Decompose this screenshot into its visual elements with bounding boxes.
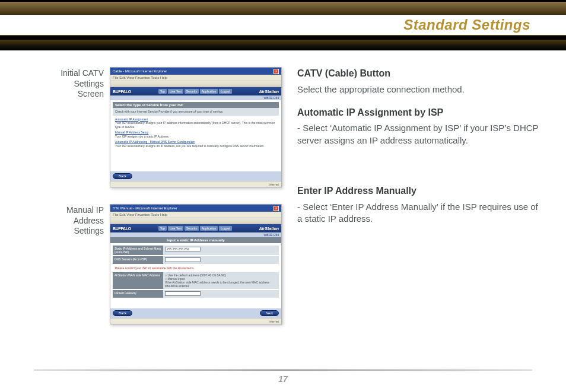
section-catv: CATV (Cable) Button Select the appropria… xyxy=(297,67,545,95)
option-item: Manual IP Address Setup Your ISP assigns… xyxy=(115,130,276,138)
browser-title: DSL Manual - Microsoft Internet Explorer xyxy=(113,206,177,210)
section-auto-ip: Automatic IP Assignment by ISP - Select … xyxy=(297,106,545,146)
section-header: Select the Type of Service from your ISP xyxy=(113,102,279,108)
browser-statusbar: Internet xyxy=(110,181,281,187)
browser-menu: File Edit View Favorites Tools Help xyxy=(110,212,281,218)
form-value: ○ Use the default address (0007.40.C6.8A… xyxy=(163,272,279,289)
header-band-mid xyxy=(0,35,566,40)
router-header: BUFFALO Top Line Test Security Applicati… xyxy=(110,224,281,232)
nav-item: Line Test xyxy=(168,89,183,94)
nav-item: Logout xyxy=(219,226,231,231)
form-row: DNS Servers (From ISP) xyxy=(113,256,279,264)
option-desc: Your ISP assigns you a static IP Address… xyxy=(115,135,276,139)
options-list: Automatic IP Assignment Your ISP automat… xyxy=(113,116,279,152)
airstation-logo: AirStation xyxy=(259,90,279,94)
button-row: Back xyxy=(110,171,281,181)
browser-title: Cable - Microsoft Internet Explorer xyxy=(113,69,167,73)
figure-manual-ip: Manual IP Address Settings DSL Manual - … xyxy=(33,204,282,324)
form-label: DNS Servers (From ISP) xyxy=(113,256,163,264)
browser-titlebar: Cable - Microsoft Internet Explorer × xyxy=(110,68,281,75)
form-row: Default Gateway xyxy=(113,290,279,298)
airstation-logo: AirStation xyxy=(259,227,279,231)
nav-item: Application xyxy=(200,89,218,94)
form-label: Default Gateway xyxy=(113,290,163,298)
right-column: CATV (Cable) Button Select the appropria… xyxy=(297,67,545,324)
browser-toolbar xyxy=(110,218,281,224)
content-area: Initial CATV Settings Screen Cable - Mic… xyxy=(0,50,566,324)
nav-item: Logout xyxy=(219,89,231,94)
gateway-input xyxy=(165,291,201,296)
close-icon: × xyxy=(274,69,279,74)
status-text: Internet xyxy=(269,183,279,186)
form-value xyxy=(163,290,279,298)
figure-caption: Manual IP Address Settings xyxy=(33,204,104,324)
brand-logo: BUFFALO xyxy=(113,90,131,94)
header-band-lower xyxy=(0,40,566,50)
model-label: WBR2-G54 xyxy=(110,95,281,100)
section-heading: Automatic IP Assignment by ISP xyxy=(297,106,545,119)
mac-note: If the AirStation side MAC address needs… xyxy=(165,281,277,288)
form-label: AirStation WAN side MAC Address xyxy=(113,272,163,289)
page-title: Standard Settings xyxy=(0,15,530,35)
back-button: Back xyxy=(113,310,132,316)
form-value: 255.255.255.252 xyxy=(163,246,279,255)
router-nav: Top Line Test Security Application Logou… xyxy=(158,226,232,231)
caption-line: Screen xyxy=(33,89,104,100)
left-column: Initial CATV Settings Screen Cable - Mic… xyxy=(33,67,282,324)
ip-input: 255.255.255.252 xyxy=(165,247,201,251)
dns-input xyxy=(165,257,201,262)
option-desc: Your ISP automatically assigns your IP a… xyxy=(115,121,276,129)
nav-item: Top xyxy=(158,89,167,94)
title-row: Standard Settings xyxy=(0,15,566,35)
model-label: WBR2-G54 xyxy=(110,232,281,237)
browser-statusbar: Internet xyxy=(110,318,281,324)
figure-initial-catv: Initial CATV Settings Screen Cable - Mic… xyxy=(33,67,282,187)
screenshot-browser: Cable - Microsoft Internet Explorer × Fi… xyxy=(110,67,282,187)
hint-text: Please contact your ISP for assistance w… xyxy=(113,265,279,271)
caption-line: Address xyxy=(33,216,104,227)
browser-titlebar: DSL Manual - Microsoft Internet Explorer… xyxy=(110,205,281,212)
option-item: Automatic IP Addressing - Manual DNS Ser… xyxy=(115,140,276,148)
brand-logo: BUFFALO xyxy=(113,227,131,231)
section-manual-ip: Enter IP Address Manually - Select ‘Ente… xyxy=(297,184,545,225)
nav-item: Top xyxy=(158,226,167,231)
router-header: BUFFALO Top Line Test Security Applicati… xyxy=(110,87,281,95)
nav-item: Application xyxy=(200,226,218,231)
browser-toolbar xyxy=(110,81,281,87)
back-button: Back xyxy=(113,173,132,179)
status-text: Internet xyxy=(269,320,279,323)
form-row: Static IP Address and Subnet Mask (From … xyxy=(113,246,279,255)
caption-line: Initial CATV xyxy=(33,68,104,79)
caption-line: Manual IP xyxy=(33,205,104,216)
page-number: 17 xyxy=(0,374,566,384)
nav-item: Line Test xyxy=(168,226,183,231)
option-item: Automatic IP Assignment Your ISP automat… xyxy=(115,117,276,129)
screenshot-browser: DSL Manual - Microsoft Internet Explorer… xyxy=(110,204,282,324)
note-text: Check with your Internet Service Provide… xyxy=(113,108,279,116)
nav-item: Security xyxy=(185,226,199,231)
caption-line: Settings xyxy=(33,226,104,237)
section-body: - Select ‘Automatic IP Assignment by ISP… xyxy=(297,122,545,146)
header-band-upper xyxy=(0,2,566,15)
router-nav: Top Line Test Security Application Logou… xyxy=(158,89,232,94)
browser-menu: File Edit View Favorites Tools Help xyxy=(110,75,281,81)
footer-rule xyxy=(34,369,532,371)
section-header: Input a static IP Address manually xyxy=(110,237,281,243)
figure-caption: Initial CATV Settings Screen xyxy=(33,67,104,187)
form-row: AirStation WAN side MAC Address ○ Use th… xyxy=(113,272,279,289)
close-icon: × xyxy=(274,206,279,211)
button-row: Back Next xyxy=(110,308,281,318)
router-body: Select the Type of Service from your ISP… xyxy=(110,100,281,171)
page-footer: 17 xyxy=(0,369,566,392)
section-heading: CATV (Cable) Button xyxy=(297,67,545,80)
section-body: - Select ‘Enter IP Address Manually’ if … xyxy=(297,201,545,225)
option-desc: Your ISP automatically assigns an IP add… xyxy=(115,144,276,148)
caption-line: Settings xyxy=(33,79,104,90)
section-body: Select the appropriate connection method… xyxy=(297,84,545,95)
router-body: Input a static IP Address manually Stati… xyxy=(110,237,281,308)
form-label: Static IP Address and Subnet Mask (From … xyxy=(113,246,163,255)
form-value xyxy=(163,256,279,264)
next-button: Next xyxy=(260,310,279,316)
nav-item: Security xyxy=(185,89,199,94)
section-heading: Enter IP Address Manually xyxy=(297,184,545,197)
